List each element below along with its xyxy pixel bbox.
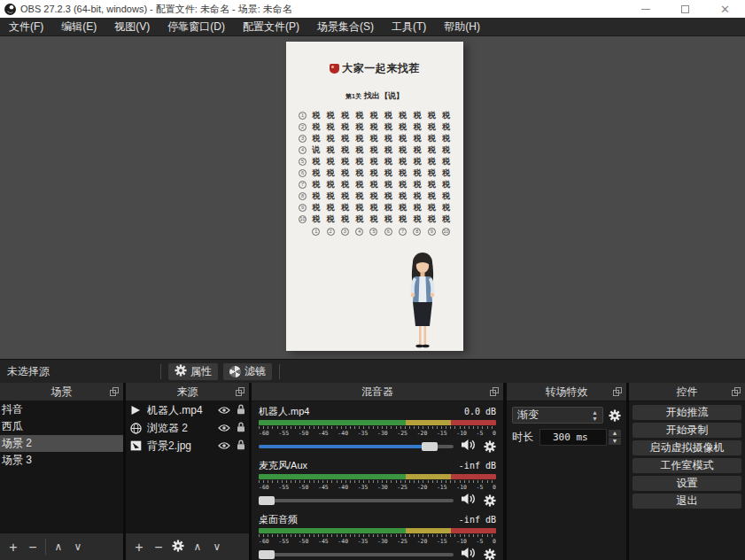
visibility-toggle[interactable] [218, 402, 230, 418]
transitions-panel: 转场特效 渐变 ▲▼ 时长 300 ms ▲▼ [507, 383, 626, 560]
scene-list: 抖音西瓜场景 2场景 3 [0, 401, 123, 533]
add-source-button[interactable]: + [129, 533, 149, 560]
slider-handle[interactable] [259, 550, 275, 559]
lock-toggle[interactable] [237, 420, 245, 436]
spin-up-icon[interactable]: ▲ [609, 430, 621, 437]
exit-button[interactable]: 退出 [632, 494, 741, 509]
maximize-button[interactable] [665, 0, 705, 18]
grid-char: 税 [340, 110, 350, 121]
start-streaming-button[interactable]: 开始推流 [632, 405, 741, 420]
controls-header: 控件 [629, 383, 745, 401]
spin-down-icon[interactable]: ▼ [609, 438, 621, 445]
tick-label: -55 [278, 538, 289, 545]
transition-properties-button[interactable] [609, 409, 621, 422]
remove-scene-button[interactable]: − [23, 533, 43, 560]
volume-slider[interactable] [259, 548, 454, 560]
properties-button[interactable]: 属性 [168, 363, 218, 380]
mute-button[interactable] [461, 547, 476, 560]
menu-file[interactable]: 文件(F) [0, 18, 52, 36]
volume-slider[interactable] [259, 494, 454, 508]
add-scene-button[interactable]: + [4, 533, 23, 560]
lock-toggle[interactable] [237, 402, 245, 418]
channel-settings-button[interactable] [484, 548, 496, 560]
source-item[interactable]: 浏览器 2 [126, 419, 249, 437]
volume-slider[interactable] [259, 439, 454, 454]
grid-char: 税 [369, 167, 378, 179]
column-number: 1 [311, 228, 321, 236]
minimize-button[interactable] [625, 0, 665, 18]
slider-handle[interactable] [259, 496, 275, 505]
grid-char: 税 [326, 191, 336, 202]
mixer-channel-level: -inf dB [459, 461, 496, 471]
scene-move-up-button[interactable]: ∧ [49, 533, 68, 560]
channel-settings-button[interactable] [484, 494, 496, 507]
studio-mode-button[interactable]: 工作室模式 [632, 458, 741, 473]
grid-char: 税 [412, 191, 422, 202]
source-item[interactable]: 机器人.mp4 [126, 401, 249, 419]
source-move-down-button[interactable]: ∨ [207, 533, 227, 560]
visibility-toggle[interactable] [218, 438, 230, 454]
column-number: 9 [427, 228, 437, 236]
tick-label: -30 [377, 538, 388, 545]
scene-item[interactable]: 场景 3 [0, 452, 123, 469]
menu-edit[interactable]: 编辑(E) [52, 18, 105, 36]
source-move-up-button[interactable]: ∧ [188, 533, 207, 560]
menu-profile[interactable]: 配置文件(P) [234, 18, 308, 36]
tick-label: -60 [259, 484, 269, 491]
tick-label: -55 [278, 430, 289, 437]
remove-source-button[interactable]: − [149, 533, 168, 560]
preview-canvas[interactable]: 大家一起来找茬 第1关找出【说】 1税税税税税税税税税税2税税税税税税税税税税3… [0, 36, 745, 359]
minimize-icon [641, 9, 650, 10]
slider-track [259, 499, 454, 502]
source-item[interactable]: 背景2.jpg [126, 437, 249, 455]
grid-char: 税 [441, 202, 451, 214]
channel-settings-button[interactable] [484, 440, 496, 453]
divider [160, 364, 161, 379]
close-button[interactable]: ✕ [705, 0, 745, 18]
transition-select[interactable]: 渐变 ▲▼ [512, 407, 603, 424]
menu-tools[interactable]: 工具(T) [383, 18, 435, 36]
slider-handle[interactable] [422, 442, 438, 451]
settings-button[interactable]: 设置 [632, 476, 741, 491]
mixer-channel: 机器人.mp40.0 dB-60-55-50-45-40-35-30-25-20… [252, 401, 503, 455]
mixer-panel: 混音器 机器人.mp40.0 dB-60-55-50-45-40-35-30-2… [252, 383, 503, 560]
grid-char: 税 [340, 179, 350, 191]
mixer-channels: 机器人.mp40.0 dB-60-55-50-45-40-35-30-25-20… [252, 401, 503, 560]
start-recording-button[interactable]: 开始录制 [632, 423, 741, 438]
scene-item[interactable]: 抖音 [0, 401, 123, 418]
column-number: 5 [369, 228, 378, 236]
program-video[interactable]: 大家一起来找茬 第1关找出【说】 1税税税税税税税税税税2税税税税税税税税税税3… [286, 42, 463, 351]
scene-item[interactable]: 场景 2 [0, 435, 123, 452]
visibility-toggle[interactable] [218, 420, 230, 436]
transitions-body: 渐变 ▲▼ 时长 300 ms ▲▼ [507, 401, 626, 446]
mute-button[interactable] [461, 439, 476, 455]
mute-button[interactable] [461, 493, 476, 509]
filters-button[interactable]: 滤镜 [223, 363, 272, 380]
popout-icon[interactable] [732, 387, 741, 396]
lock-toggle[interactable] [237, 438, 245, 454]
menu-view[interactable]: 视图(V) [105, 18, 159, 36]
popout-icon[interactable] [613, 387, 622, 396]
scene-item[interactable]: 西瓜 [0, 418, 123, 435]
visibility-eye-icon [218, 406, 230, 415]
menu-dock[interactable]: 停靠窗口(D) [159, 18, 234, 36]
tick-label: 0 [493, 484, 496, 491]
popout-icon[interactable] [236, 387, 244, 396]
grid-char: 税 [340, 214, 350, 225]
presenter-avatar [402, 250, 443, 349]
grid-char: 税 [412, 144, 422, 156]
start-virtual-camera-button[interactable]: 启动虚拟摄像机 [632, 440, 741, 455]
grid-char: 税 [427, 121, 437, 133]
scene-move-down-button[interactable]: ∨ [68, 533, 88, 560]
menu-help[interactable]: 帮助(H) [435, 18, 489, 36]
popout-icon[interactable] [110, 387, 119, 396]
tick-label: -40 [338, 430, 348, 437]
duration-spinner[interactable]: ▲▼ [609, 430, 621, 446]
popout-icon[interactable] [490, 387, 499, 396]
duration-input[interactable]: 300 ms [539, 429, 607, 446]
source-properties-button[interactable] [168, 533, 188, 560]
grid-char: 税 [412, 167, 422, 179]
menu-scene-collection[interactable]: 场景集合(S) [308, 18, 383, 36]
game-task: 找出【说】 [364, 91, 404, 100]
mixer-channel-top: 机器人.mp40.0 dB [259, 405, 496, 418]
